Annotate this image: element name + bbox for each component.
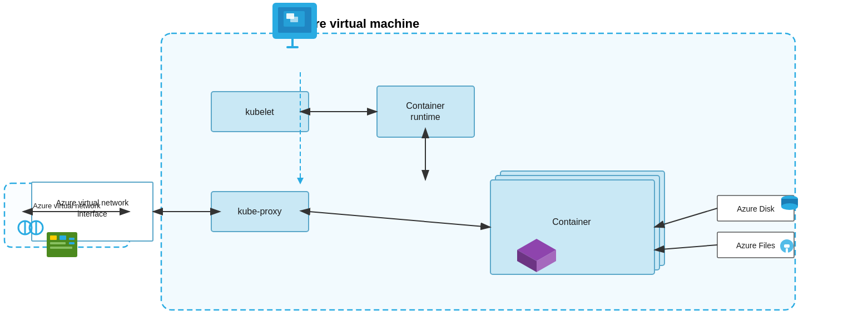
svg-rect-41 <box>50 235 57 240</box>
svg-text:interface: interface <box>77 209 107 218</box>
svg-rect-10 <box>32 182 153 241</box>
svg-rect-42 <box>59 235 66 240</box>
svg-rect-3 <box>4 183 130 247</box>
svg-marker-14 <box>297 178 304 184</box>
svg-marker-53 <box>537 250 556 272</box>
svg-rect-37 <box>290 17 298 22</box>
svg-rect-7 <box>500 171 664 265</box>
svg-line-21 <box>654 245 717 250</box>
svg-point-57 <box>780 239 793 253</box>
svg-rect-35 <box>284 11 305 27</box>
svg-rect-33 <box>272 3 317 39</box>
svg-text:runtime: runtime <box>410 112 440 122</box>
svg-rect-39 <box>286 46 299 48</box>
svg-rect-46 <box>50 247 72 249</box>
svg-rect-2 <box>161 33 795 310</box>
svg-rect-4 <box>211 92 309 132</box>
svg-rect-45 <box>69 242 75 244</box>
svg-rect-8 <box>495 175 659 270</box>
svg-rect-43 <box>50 242 66 244</box>
svg-point-54 <box>781 195 798 202</box>
svg-rect-36 <box>286 13 294 19</box>
svg-rect-55 <box>781 199 798 207</box>
svg-line-20 <box>654 208 717 227</box>
svg-text:Azure Files: Azure Files <box>736 241 775 250</box>
svg-point-56 <box>781 203 798 210</box>
svg-rect-9 <box>490 180 654 274</box>
arrows-svg: kubelet Container runtime kube-proxy Con… <box>0 0 868 321</box>
svg-rect-44 <box>69 238 75 240</box>
svg-text:Azure virtual machine: Azure virtual machine <box>292 17 420 31</box>
svg-point-47 <box>18 221 32 234</box>
svg-marker-52 <box>517 250 537 272</box>
svg-point-48 <box>29 221 43 234</box>
svg-rect-34 <box>278 7 311 33</box>
svg-rect-59 <box>786 248 788 254</box>
svg-text:Container: Container <box>552 217 591 227</box>
svg-rect-38 <box>291 39 294 47</box>
svg-rect-11 <box>717 195 794 221</box>
svg-text:Azure virtual network: Azure virtual network <box>56 198 130 207</box>
svg-text:Azure virtual network: Azure virtual network <box>33 202 101 210</box>
svg-rect-12 <box>717 232 794 258</box>
svg-text:kube-proxy: kube-proxy <box>237 207 281 216</box>
svg-rect-6 <box>211 192 309 232</box>
svg-line-18 <box>309 212 490 227</box>
svg-rect-40 <box>47 232 77 257</box>
svg-text:kubelet: kubelet <box>245 107 274 117</box>
diagram-container: kubelet Container runtime kube-proxy Con… <box>0 0 868 321</box>
svg-text:Azure Disk: Azure Disk <box>737 204 775 213</box>
svg-marker-51 <box>517 239 556 261</box>
svg-rect-5 <box>377 86 474 137</box>
svg-text:Container: Container <box>406 101 445 111</box>
svg-rect-58 <box>784 244 790 248</box>
